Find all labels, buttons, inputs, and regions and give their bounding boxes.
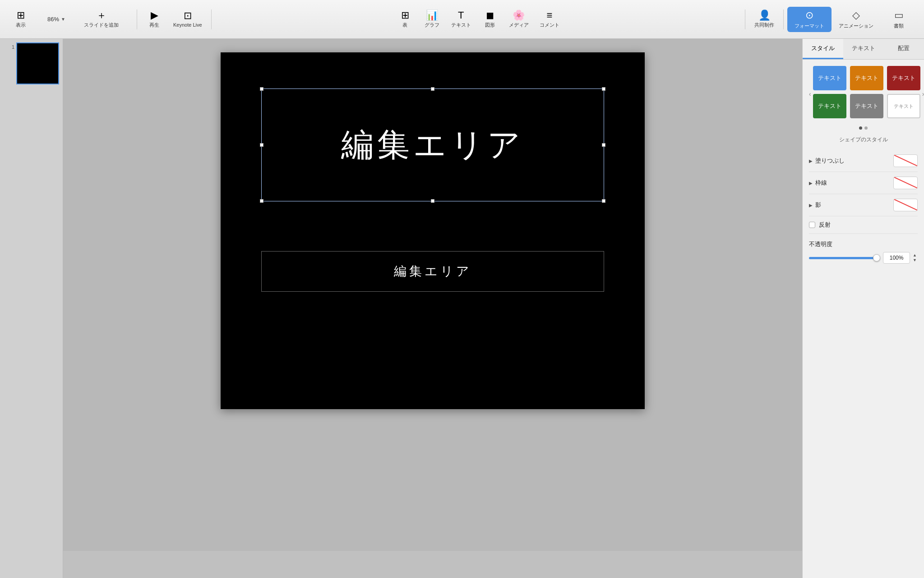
chart-icon: 📊 bbox=[426, 10, 438, 20]
shape-button[interactable]: ◼ 図形 bbox=[476, 8, 504, 31]
border-swatch[interactable] bbox=[893, 177, 918, 189]
chart-label: グラフ bbox=[425, 22, 439, 28]
zoom-value: 86% bbox=[47, 16, 59, 23]
opacity-value: 100% bbox=[883, 252, 910, 264]
play-button[interactable]: ▶ 再生 bbox=[141, 8, 168, 31]
sub-text-box[interactable]: 編集エリア bbox=[261, 251, 604, 292]
presets-left-arrow[interactable]: ‹ bbox=[809, 90, 811, 98]
shape-style-section-label: シェイプのスタイル bbox=[809, 136, 918, 144]
opacity-slider[interactable] bbox=[809, 257, 878, 259]
fill-swatch[interactable] bbox=[893, 154, 918, 167]
opacity-section: 不透明度 100% ▲ ▼ bbox=[809, 234, 918, 270]
border-expand-icon[interactable]: ▶ bbox=[809, 181, 813, 186]
separator-2 bbox=[211, 9, 212, 29]
fill-swatch-diagonal bbox=[894, 155, 917, 167]
fill-label: 塗りつぶし bbox=[815, 157, 893, 165]
handle-mid-left[interactable] bbox=[260, 143, 263, 147]
view-icon: ⊞ bbox=[17, 10, 25, 20]
handle-top-right[interactable] bbox=[602, 87, 605, 91]
preset-gray-label: テキスト bbox=[855, 102, 878, 110]
preset-green[interactable]: テキスト bbox=[813, 94, 846, 118]
view-button[interactable]: ⊞ 表示 bbox=[7, 8, 34, 31]
keynote-live-button[interactable]: ⊡ Keynote Live bbox=[168, 8, 208, 30]
fill-expand-icon[interactable]: ▶ bbox=[809, 158, 813, 163]
handle-bottom-left[interactable] bbox=[260, 199, 263, 203]
shadow-swatch-diagonal bbox=[894, 199, 917, 211]
dot-1 bbox=[859, 126, 862, 130]
border-swatch-diagonal bbox=[894, 177, 917, 189]
table-label: 表 bbox=[402, 22, 407, 28]
play-icon: ▶ bbox=[151, 10, 158, 20]
handle-top-left[interactable] bbox=[260, 87, 263, 91]
right-panel: スタイル テキスト 配置 ‹ テキスト テキスト bbox=[802, 39, 924, 578]
preset-outline-label: テキスト bbox=[894, 103, 914, 110]
shadow-label: 影 bbox=[815, 201, 893, 209]
canvas-bottom-bar bbox=[63, 551, 802, 578]
comment-label: コメント bbox=[540, 22, 559, 28]
toolbar-center-group: ⊞ 表 📊 グラフ T テキスト ◼ 図形 🌸 メディア ≡ コメント bbox=[215, 8, 741, 31]
chart-button[interactable]: 📊 グラフ bbox=[419, 8, 446, 31]
format-button[interactable]: ⊙ フォーマット bbox=[787, 7, 832, 32]
preset-outline[interactable]: テキスト bbox=[887, 94, 920, 118]
reflection-label: 反射 bbox=[819, 221, 918, 229]
slide-canvas[interactable]: 編集エリア 編集エリア bbox=[221, 52, 645, 409]
opacity-label: 不透明度 bbox=[809, 240, 918, 248]
slide-number: 1 bbox=[12, 44, 14, 50]
tab-text[interactable]: テキスト bbox=[843, 39, 884, 59]
animate-button[interactable]: ◇ アニメーション bbox=[832, 7, 880, 32]
document-icon: ▭ bbox=[894, 9, 904, 21]
keynote-live-icon: ⊡ bbox=[184, 11, 192, 21]
opacity-slider-thumb[interactable] bbox=[873, 254, 880, 261]
shape-label: 図形 bbox=[485, 22, 495, 28]
tab-layout-label: 配置 bbox=[898, 45, 910, 51]
shadow-row: ▶ 影 bbox=[809, 194, 918, 216]
preset-red[interactable]: テキスト bbox=[887, 66, 920, 90]
media-button[interactable]: 🌸 メディア bbox=[504, 8, 534, 31]
presets-right-arrow[interactable]: › bbox=[922, 90, 924, 98]
opacity-decrement[interactable]: ▼ bbox=[912, 258, 918, 263]
selected-text-box[interactable]: 編集エリア bbox=[261, 89, 604, 201]
collaborate-button[interactable]: 👤 共同制作 bbox=[749, 8, 780, 31]
handle-bottom-mid[interactable] bbox=[431, 199, 434, 203]
toolbar: ⊞ 表示 86% ▼ ＋ スライドを追加 ▶ 再生 ⊡ Keynote Live… bbox=[0, 0, 924, 39]
add-slide-label: スライドを追加 bbox=[84, 22, 119, 28]
handle-mid-right[interactable] bbox=[602, 143, 605, 147]
separator-1 bbox=[137, 9, 137, 29]
view-label: 表示 bbox=[16, 22, 26, 28]
toolbar-left-group: ⊞ 表示 86% ▼ ＋ スライドを追加 bbox=[7, 8, 124, 31]
shadow-swatch[interactable] bbox=[893, 199, 918, 211]
table-button[interactable]: ⊞ 表 bbox=[392, 8, 419, 31]
opacity-row: 100% ▲ ▼ bbox=[809, 252, 918, 264]
right-panel-tabs: スタイル テキスト 配置 bbox=[803, 39, 924, 60]
text-icon: T bbox=[458, 10, 464, 20]
slide-thumbnail[interactable] bbox=[16, 42, 59, 84]
text-label: テキスト bbox=[451, 22, 471, 28]
collaborate-icon: 👤 bbox=[758, 10, 771, 20]
add-slide-button[interactable]: ＋ スライドを追加 bbox=[79, 8, 124, 31]
text-button[interactable]: T テキスト bbox=[446, 8, 476, 31]
animate-label: アニメーション bbox=[839, 23, 873, 29]
handle-bottom-right[interactable] bbox=[602, 199, 605, 203]
handle-top-mid[interactable] bbox=[431, 87, 434, 91]
shape-icon: ◼ bbox=[486, 10, 494, 20]
preset-blue-label: テキスト bbox=[818, 74, 841, 82]
preset-orange[interactable]: テキスト bbox=[850, 66, 883, 90]
reflection-checkbox[interactable] bbox=[809, 222, 815, 228]
document-button[interactable]: ▭ 書類 bbox=[881, 7, 917, 32]
opacity-increment[interactable]: ▲ bbox=[912, 253, 918, 258]
canvas-area: 編集エリア 編集エリア bbox=[63, 39, 802, 578]
preset-green-label: テキスト bbox=[818, 102, 841, 110]
animate-icon: ◇ bbox=[852, 9, 860, 21]
preset-gray[interactable]: テキスト bbox=[850, 94, 883, 118]
preset-blue[interactable]: テキスト bbox=[813, 66, 846, 90]
media-label: メディア bbox=[509, 22, 529, 28]
tab-layout[interactable]: 配置 bbox=[883, 39, 924, 59]
zoom-button[interactable]: 86% ▼ bbox=[36, 13, 77, 25]
tab-style-label: スタイル bbox=[811, 45, 835, 51]
sub-slide-text: 編集エリア bbox=[394, 263, 472, 280]
right-panel-content: ‹ テキスト テキスト テキスト テキスト テキスト bbox=[803, 60, 924, 578]
shadow-expand-icon[interactable]: ▶ bbox=[809, 203, 813, 208]
separator-4 bbox=[783, 9, 784, 29]
comment-button[interactable]: ≡ コメント bbox=[534, 8, 565, 31]
tab-style[interactable]: スタイル bbox=[803, 39, 843, 59]
